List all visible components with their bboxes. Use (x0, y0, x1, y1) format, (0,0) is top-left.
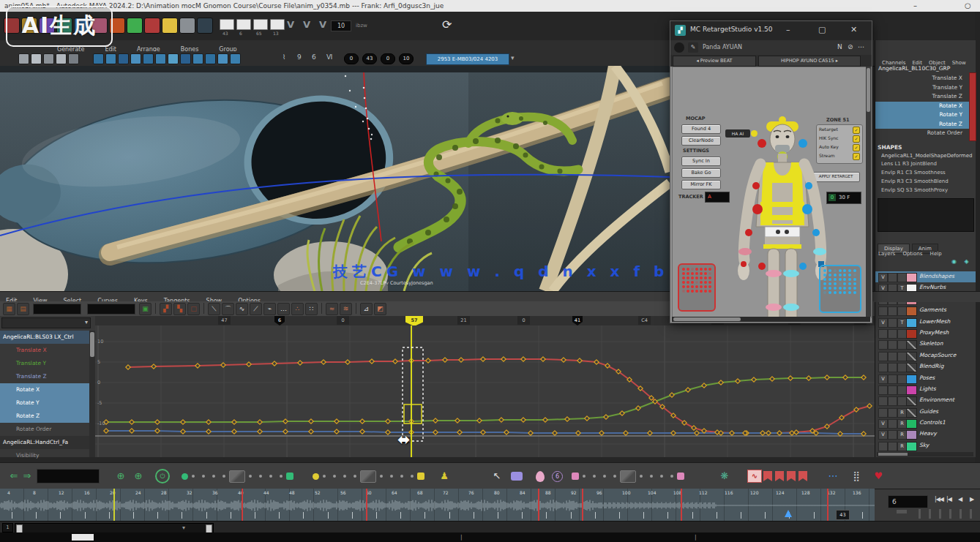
picker-minimize-button[interactable]: – (786, 25, 790, 34)
finger-dot[interactable] (691, 285, 694, 288)
ge-tool-icon[interactable]: ⟋ (250, 303, 262, 315)
finger-dot[interactable] (700, 272, 703, 275)
finger-dot[interactable] (848, 278, 851, 281)
mini-slider[interactable] (970, 509, 972, 519)
slot-dot[interactable] (400, 475, 403, 478)
outliner-filter-field[interactable]: ▾ (1, 317, 91, 328)
checkbox-checked[interactable]: ✓ (853, 135, 860, 143)
finger-dot[interactable] (828, 274, 831, 276)
shoulder-ctrl-left[interactable] (752, 182, 760, 189)
visibility-toggle[interactable]: V (878, 273, 888, 282)
snap-icon[interactable]: V (303, 19, 310, 30)
lock-toggle[interactable] (888, 352, 897, 361)
snap-icon[interactable]: V (319, 19, 326, 30)
finger-dot[interactable] (823, 282, 826, 285)
finger-dot[interactable] (708, 290, 711, 293)
visibility-toggle[interactable] (878, 306, 888, 316)
visibility-toggle[interactable] (878, 408, 888, 418)
finger-dot[interactable] (828, 287, 831, 290)
slot-dot[interactable] (670, 475, 673, 478)
ge-tool-icon[interactable]: ∴ (291, 303, 304, 315)
channel-row[interactable]: Translate Z (875, 92, 976, 102)
shelf-icon[interactable] (143, 53, 154, 64)
frame-bookmark[interactable]: 0 (517, 316, 530, 325)
slot-dot[interactable] (333, 475, 336, 478)
curve-tool-button[interactable]: ∿ (747, 470, 762, 483)
ipr-icon[interactable] (197, 18, 213, 34)
lock-toggle[interactable] (888, 408, 897, 418)
ge-tool-icon[interactable]: ▤ (17, 303, 29, 315)
pinwheel-button[interactable]: ❋ (718, 468, 731, 484)
finger-dot[interactable] (834, 274, 837, 276)
slot-dot[interactable] (259, 475, 262, 478)
current-frame-field[interactable]: 6 (888, 495, 928, 508)
layer-row[interactable]: MocapSource (875, 350, 976, 361)
frame-bookmark[interactable]: 6 (274, 316, 285, 325)
mini-slider[interactable] (919, 509, 921, 519)
layer-color-swatch[interactable] (906, 408, 917, 418)
visibility-toggle[interactable] (878, 385, 888, 395)
lock-toggle[interactable] (888, 318, 897, 328)
finger-dot[interactable] (708, 281, 711, 284)
lock-toggle[interactable] (888, 385, 897, 395)
apple-icon[interactable] (674, 42, 684, 53)
layer-color-swatch[interactable] (906, 329, 917, 339)
layer-row[interactable]: BlendRig (875, 361, 976, 372)
layer-color-swatch[interactable] (906, 273, 917, 282)
finger-dot[interactable] (823, 274, 826, 276)
lock-toggle[interactable] (888, 306, 897, 316)
slot-dot[interactable] (192, 475, 195, 478)
channel-row[interactable]: Translate X (875, 74, 976, 83)
pen-shelf-icon[interactable] (31, 53, 42, 64)
slot-dot[interactable] (380, 475, 383, 478)
visibility-toggle[interactable] (878, 340, 888, 350)
layer-color-swatch[interactable] (906, 385, 917, 395)
pose-thumbnail-yellow[interactable] (360, 470, 376, 483)
finger-dot[interactable] (828, 282, 831, 285)
checkbox-checked[interactable]: ✓ (853, 127, 860, 134)
finger-dot[interactable] (853, 269, 856, 272)
outliner-item[interactable]: AngelicaRL:HandCtrl_Fa (0, 436, 89, 449)
finger-dot[interactable] (691, 268, 694, 271)
finger-dot[interactable] (682, 285, 685, 288)
refresh-icon[interactable]: ⟳ (442, 18, 452, 31)
checkbox-checked[interactable]: ✓ (853, 153, 860, 160)
layer-color-swatch[interactable] (906, 396, 917, 406)
finger-dot[interactable] (704, 285, 707, 288)
shelf-icon[interactable] (217, 53, 228, 64)
lock-toggle[interactable] (888, 329, 897, 339)
layer-color-swatch[interactable] (906, 442, 917, 451)
pose-name-field[interactable] (37, 469, 100, 483)
slot-dot[interactable] (280, 475, 283, 478)
range-slider-bar[interactable]: ▾ (15, 523, 214, 533)
shelf-glyph[interactable]: 9 (297, 53, 302, 61)
lock-toggle[interactable] (888, 273, 897, 282)
lock-toggle[interactable] (888, 442, 897, 451)
playback-button[interactable]: ▶ (970, 496, 973, 503)
layer-color-swatch[interactable] (906, 430, 917, 440)
finger-dot[interactable] (691, 272, 694, 275)
lock-toggle[interactable] (888, 363, 897, 372)
chevron-down-icon[interactable]: ▾ (511, 54, 515, 61)
picker-horizontal-scrollbar[interactable] (672, 317, 870, 322)
visibility-toggle[interactable]: V (878, 318, 888, 328)
ge-tool-icon[interactable]: … (277, 303, 290, 315)
range-start-field[interactable]: 1 (2, 523, 13, 532)
finger-dot[interactable] (823, 287, 826, 290)
finger-dot[interactable] (695, 276, 698, 279)
layer-color-swatch[interactable] (906, 419, 917, 429)
finger-dot[interactable] (839, 291, 842, 294)
character-pose-button[interactable]: ♟ (438, 468, 451, 484)
slot-dot[interactable] (212, 475, 215, 478)
layer-color-swatch[interactable] (906, 374, 917, 384)
finger-dot[interactable] (704, 272, 707, 275)
shape-row[interactable]: Envlp SQ S3 SmoothProxy (881, 187, 973, 196)
history-icon[interactable] (162, 18, 178, 34)
slot-dot[interactable] (202, 475, 205, 478)
channel-row[interactable]: Rotate X (875, 102, 976, 111)
ge-tool-icon[interactable]: ▞ (160, 303, 172, 315)
finger-dot[interactable] (848, 269, 851, 272)
ge-tool-icon[interactable]: ⌒ (222, 303, 234, 315)
layer-color-swatch[interactable] (906, 318, 917, 328)
finger-dot[interactable] (839, 282, 842, 285)
